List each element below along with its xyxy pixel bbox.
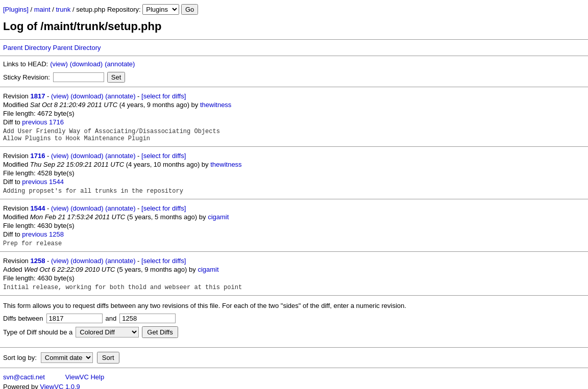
get-diffs-button[interactable]: Get Diffs [142, 326, 178, 338]
rev-filelength-1716: File length: 4528 byte(s) [3, 169, 585, 177]
rev-modified-1716: Modified Thu Sep 22 15:09:21 2011 UTC (4… [3, 161, 585, 168]
sticky-rev-label: Sticky Revision: [3, 73, 50, 81]
rev-code-1817: Add User Friendly Way of Associating/Dis… [3, 128, 585, 142]
revision-block-1258: Revision 1258 - (view) (download) (annot… [0, 254, 588, 293]
divider-7 [0, 295, 588, 296]
diff-value2-input[interactable] [119, 314, 176, 323]
rev-prev-1716[interactable]: previous 1544 [22, 178, 64, 186]
rev-diff-to-1716: Diff to previous 1544 [3, 178, 585, 186]
viewvc-link[interactable]: ViewVC 1.0.9 [40, 383, 80, 389]
diff-value1-input[interactable] [46, 314, 103, 323]
parent-dir-link-2[interactable]: Parent Directory [53, 44, 101, 51]
divider-4 [0, 146, 588, 147]
rev-code-1258: Initial release, working for both thold … [3, 284, 585, 291]
help-link[interactable]: ViewVC Help [65, 373, 104, 381]
links-to-head: Links to HEAD: (view) (download) (annota… [0, 58, 588, 70]
rev-download-1544[interactable]: (download) [70, 204, 103, 212]
rev-annotate-1258[interactable]: (annotate) [105, 257, 135, 265]
rev-label-1258: Revision [3, 257, 30, 265]
head-annotate-link[interactable]: (annotate) [105, 60, 135, 68]
rev-download-1817[interactable]: (download) [70, 92, 103, 100]
rev-select-diffs-1544[interactable]: [select for diffs] [141, 204, 186, 212]
maint-link[interactable]: maint [34, 6, 51, 13]
repository-label: Repository: [107, 6, 141, 13]
rev-author-1258[interactable]: cigamit [198, 266, 218, 273]
diff-type-select[interactable]: Colored Diff Long Unified Diff Brief Uni… [76, 327, 139, 338]
rev-download-1716[interactable]: (download) [70, 152, 103, 160]
rev-number-1716[interactable]: 1716 [30, 152, 45, 160]
rev-view-1544[interactable]: (view) [51, 204, 69, 212]
parent-dir-link-1[interactable]: Parent Directory [3, 44, 51, 51]
email-link[interactable]: svn@cacti.net [3, 373, 45, 381]
rev-prev-1817[interactable]: previous 1716 [22, 118, 64, 126]
revision-block-1817: Revision 1817 - (view) (download) (annot… [0, 89, 588, 144]
divider-2 [0, 56, 588, 56]
rev-view-1716[interactable]: (view) [51, 152, 69, 160]
rev-author-1544[interactable]: cigamit [208, 213, 229, 221]
rev-label-1544: Revision [3, 204, 30, 212]
parent-dir-section: Parent Directory Parent Directory [0, 42, 588, 54]
trunk-link[interactable]: trunk [56, 6, 70, 13]
footer: svn@cacti.net ViewVC Help [0, 370, 588, 382]
diff-type-row: Type of Diff should be a Colored Diff Lo… [3, 326, 585, 338]
sticky-rev-set-button[interactable]: Set [107, 72, 126, 83]
rev-select-diffs-1817[interactable]: [select for diffs] [141, 92, 186, 100]
rev-label-1716: Revision [3, 152, 30, 160]
sort-select[interactable]: Commit date Author Revision [41, 352, 93, 363]
sort-label: Sort log by: [3, 354, 37, 361]
rev-line-1544: Revision 1544 - (view) (download) (annot… [3, 204, 585, 212]
rev-line-1817: Revision 1817 - (view) (download) (annot… [3, 92, 585, 100]
rev-diff-to-1544: Diff to previous 1258 [3, 230, 585, 238]
rev-author-1817[interactable]: thewitness [200, 101, 231, 109]
diff-form-description: This form allows you to request diffs be… [3, 302, 585, 309]
and-label: and [106, 315, 117, 322]
rev-label-1817: Revision [3, 92, 30, 100]
head-view-link[interactable]: (view) [50, 60, 68, 68]
rev-number-1817[interactable]: 1817 [30, 92, 45, 100]
divider-6 [0, 251, 588, 252]
diffs-between-label: Diffs between [3, 315, 43, 322]
rev-number-1544[interactable]: 1544 [30, 204, 45, 212]
rev-annotate-1716[interactable]: (annotate) [105, 152, 135, 160]
diff-type-label: Type of Diff should be a [3, 328, 72, 336]
rev-select-diffs-1258[interactable]: [select for diffs] [141, 257, 186, 265]
revision-block-1544: Revision 1544 - (view) (download) (annot… [0, 201, 588, 249]
rev-line-1258: Revision 1258 - (view) (download) (annot… [3, 257, 585, 265]
rev-number-1258[interactable]: 1258 [30, 257, 45, 265]
divider-5 [0, 199, 588, 199]
sort-button[interactable]: Sort [97, 352, 119, 364]
rev-view-1258[interactable]: (view) [51, 257, 69, 265]
sticky-revision-row: Sticky Revision: Set [0, 70, 588, 85]
sort-form: Sort log by: Commit date Author Revision… [0, 350, 588, 366]
diff-form: This form allows you to request diffs be… [0, 298, 588, 345]
rev-annotate-1817[interactable]: (annotate) [105, 92, 135, 100]
rev-author-1716[interactable]: thewitness [210, 161, 241, 168]
head-download-link[interactable]: (download) [70, 60, 103, 68]
rev-code-1544: Prep for release [3, 240, 585, 247]
divider-9 [0, 368, 588, 368]
divider-1 [0, 39, 588, 40]
divider-3 [0, 87, 588, 87]
powered-by: Powered by ViewVC 1.0.9 [0, 382, 588, 389]
breadcrumb: [Plugins] / maint / trunk / setup.php Re… [0, 0, 588, 17]
revision-block-1716: Revision 1716 - (view) (download) (annot… [0, 149, 588, 197]
go-button[interactable]: Go [181, 4, 198, 15]
rev-download-1258[interactable]: (download) [70, 257, 103, 265]
file-name: setup.php [76, 6, 105, 13]
rev-annotate-1544[interactable]: (annotate) [105, 204, 135, 212]
plugins-link[interactable]: [Plugins] [3, 6, 29, 13]
links-head-label: Links to HEAD: [3, 60, 48, 68]
rev-prev-1544[interactable]: previous 1258 [22, 230, 64, 238]
rev-modified-1258: Added Wed Oct 6 22:22:09 2010 UTC (5 yea… [3, 266, 585, 273]
rev-filelength-1817: File length: 4672 byte(s) [3, 110, 585, 117]
diff-between-row: Diffs between and [3, 314, 585, 323]
sticky-rev-input[interactable] [53, 72, 104, 82]
rev-code-1716: Adding propset's for all trunks in the r… [3, 188, 585, 195]
page-title: Log of /maint/trunk/setup.php [0, 17, 588, 37]
rev-select-diffs-1716[interactable]: [select for diffs] [141, 152, 186, 160]
repository-select[interactable]: Plugins Option2 [142, 4, 179, 15]
rev-view-1817[interactable]: (view) [51, 92, 69, 100]
rev-modified-1544: Modified Mon Feb 21 17:53:24 2011 UTC (5… [3, 213, 585, 221]
rev-filelength-1544: File length: 4630 byte(s) [3, 222, 585, 229]
rev-filelength-1258: File length: 4630 byte(s) [3, 274, 585, 282]
